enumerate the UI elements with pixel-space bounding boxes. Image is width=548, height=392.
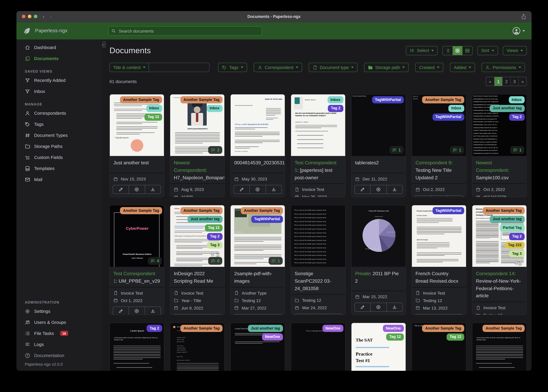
sidebar-item-file-tasks[interactable]: File Tasks16 [16, 328, 102, 339]
document-thumbnail[interactable]: French Country BreadFor the LeavenMake t… [412, 205, 466, 267]
page-first[interactable]: « [486, 77, 494, 86]
document-thumbnail[interactable]: Adobe Acrobat PDF FilesCupcake ipsumAnot… [110, 94, 164, 156]
view-document-button[interactable] [189, 314, 205, 315]
view-document-button[interactable] [129, 185, 145, 194]
filter-added-button[interactable]: Added [450, 63, 475, 72]
page-2[interactable]: 2 [502, 77, 510, 86]
sidebar-item-custom-fields[interactable]: Custom Fields [16, 152, 102, 163]
document-card[interactable]: CyberPowerPowerPanel® Business EditionUs… [109, 205, 164, 315]
document-card[interactable]: Serial Number,Company Name,Employ9788189… [472, 94, 527, 197]
document-thumbnail[interactable]: Contact Sheet DemoJust another tagNewOne [231, 323, 285, 371]
view-document-button[interactable] [250, 314, 266, 315]
back-icon[interactable]: ‹ [43, 14, 44, 19]
page-1[interactable]: 1 [494, 77, 502, 86]
edit-document-button[interactable] [234, 314, 250, 315]
user-menu[interactable] [512, 22, 525, 39]
tag-pill[interactable]: TagWithPartial [433, 113, 464, 121]
edit-document-button[interactable] [354, 303, 371, 312]
document-card[interactable]: French Country BreadFor the LeavenMake t… [411, 205, 466, 315]
document-title[interactable]: Test Correspondent 1: UM_PPBE_en_v29 [110, 267, 164, 287]
document-thumbnail[interactable]: This is a testAnother Sample TagTag 12 [412, 323, 466, 371]
document-title[interactable]: Newest Correspondent: Sample100.csv [472, 156, 526, 183]
edit-document-button[interactable] [234, 185, 250, 194]
tag-pill[interactable]: Another Sample Tag [422, 325, 464, 332]
comments-badge[interactable]: 1 [389, 146, 404, 154]
tag-pill[interactable]: Just another tag [187, 216, 223, 223]
edit-document-button[interactable] [415, 314, 431, 315]
sidebar-item-users-groups[interactable]: Users & Groups [16, 317, 102, 328]
document-thumbnail[interactable]: Francja pod rzNAPOLEON BONAPARTEAnother … [170, 94, 224, 156]
tag-pill[interactable]: TagWithPartial [372, 96, 404, 103]
sidebar-item-mail[interactable]: Mail [16, 174, 102, 185]
sort-button[interactable]: Sort [477, 46, 498, 55]
title-content-filter-input[interactable] [149, 63, 209, 72]
document-thumbnail[interactable]: one,1.0five,5.0Another Sample TagInboxTa… [412, 94, 466, 156]
tag-pill[interactable]: Tag 2 [147, 325, 162, 332]
document-card[interactable]: Lorem ipsumLorem ipsum dolor sit amet, c… [109, 323, 164, 371]
document-thumbnail[interactable]: AdobeInDesign Scripting DocumentationAno… [170, 205, 224, 267]
document-thumbnail[interactable]: The SATPracticeTest #1Make time to take … [352, 323, 406, 371]
tag-pill[interactable]: NewOne [323, 325, 343, 332]
tag-pill[interactable]: Another Sample Tag [180, 96, 223, 103]
download-document-button[interactable] [145, 306, 161, 315]
document-thumbnail[interactable]: This is a multi page document. Page 1.Ne… [291, 323, 345, 371]
page-3[interactable]: 3 [510, 77, 518, 86]
comments-badge[interactable]: 1 [510, 146, 524, 154]
view-document-button[interactable] [310, 314, 326, 315]
sidebar-item-documentation[interactable]: Documentation [16, 350, 102, 361]
document-thumbnail[interactable]: Serial Number,Company Name,Employ9788189… [472, 94, 526, 156]
tag-pill[interactable]: Tag 2 [207, 233, 223, 240]
filter-created-button[interactable]: Created [415, 63, 443, 72]
document-thumbnail[interactable]: Medical TeacherHas the new Kirkpatrick g… [291, 94, 345, 156]
tag-pill[interactable]: Inbox [327, 96, 343, 103]
comments-badge[interactable]: 1 [450, 146, 464, 154]
document-title[interactable]: French Country Bread Revised.docx [412, 267, 466, 287]
document-card[interactable]: This is a multi page document. Page 1.Ne… [291, 323, 346, 371]
document-title[interactable]: 0004814539_20230531 [231, 156, 285, 168]
download-document-button[interactable] [447, 314, 463, 315]
tag-pill[interactable]: Another Sample Tag [483, 207, 525, 214]
document-thumbnail[interactable]: BANK OF SCOTLAND2,0 % p. a. auf Ihr Tage… [231, 94, 285, 156]
search-input[interactable] [118, 28, 259, 34]
tag-pill[interactable]: Another Sample Tag [180, 207, 223, 214]
document-thumbnail[interactable]: Boundary Waters TripGoogle EarthAnother … [231, 205, 285, 267]
document-card[interactable]: This is a test for the double space char… [291, 205, 346, 315]
document-title[interactable]: Correspondent 14: Review-of-New-York-Fed… [472, 267, 526, 301]
edit-document-button[interactable] [113, 185, 129, 194]
minimize-window-button[interactable] [28, 15, 31, 18]
document-title[interactable]: Test Correspondent 1: [paperless] test p… [291, 156, 345, 183]
edit-document-button[interactable] [113, 306, 129, 315]
tag-pill[interactable]: Tag 12 [386, 333, 404, 341]
sidebar-item-correspondents[interactable]: Correspondents [16, 108, 102, 119]
comments-badge[interactable]: 4 [148, 257, 162, 265]
document-card[interactable]: Medical TeacherHas the new Kirkpatrick g… [291, 94, 346, 197]
tag-pill[interactable]: Tag 2 [328, 105, 343, 112]
sidebar-item-recently-added[interactable]: Recently Added [16, 75, 102, 86]
title-content-filter-button[interactable]: Title & content [109, 63, 149, 72]
filter-correspondent-button[interactable]: Correspondent [254, 63, 302, 72]
tag-pill[interactable]: Another Sample Tag [120, 96, 162, 103]
view-document-button[interactable] [431, 314, 447, 315]
document-card[interactable]: Adobe Acrobat PDF FilesCupcake ipsumAnot… [109, 94, 164, 197]
document-card[interactable]: Test Name12-456-7890January 2, 2022July … [170, 323, 225, 371]
document-card[interactable]: Patient BP Distribution 2011Isolated Sys… [351, 205, 406, 315]
edit-document-button[interactable] [173, 314, 189, 315]
document-thumbnail[interactable]: Test Name12-456-7890January 2, 2022July … [170, 323, 224, 371]
sidebar-collapse-button[interactable]: « [102, 41, 106, 48]
document-thumbnail[interactable]: This is a test for the double space char… [291, 205, 345, 267]
document-title[interactable]: 2sample-pdf-with-images [231, 267, 285, 287]
tag-pill[interactable]: Another Sample Tag [422, 96, 464, 103]
document-card[interactable]: AdobeInDesign Scripting DocumentationAno… [170, 205, 225, 315]
download-document-button[interactable] [266, 185, 282, 194]
document-title[interactable]: Just another test [110, 156, 164, 168]
comments-badge[interactable]: 2 [208, 146, 222, 154]
document-title[interactable]: tablerates2 [352, 156, 406, 168]
document-card[interactable]: BANK OF SCOTLAND2,0 % p. a. auf Ihr Tage… [230, 94, 285, 197]
tag-pill[interactable]: Partial Tag [500, 224, 525, 231]
view-list-button[interactable] [443, 46, 453, 55]
sidebar-item-documents[interactable]: Documents [16, 53, 102, 64]
tag-pill[interactable]: Tag 2 [509, 113, 525, 121]
document-thumbnail[interactable]: CyberPowerPowerPanel® Business EditionUs… [110, 205, 164, 267]
tag-pill[interactable]: Just another tag [248, 325, 283, 332]
tag-pill[interactable]: Tag 12 [145, 113, 162, 121]
